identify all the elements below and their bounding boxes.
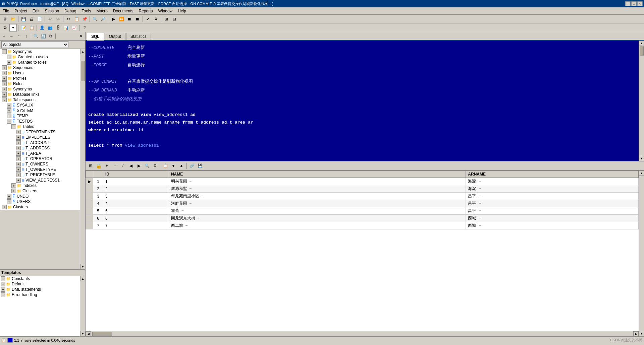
expand-dml[interactable]: + [1,287,5,292]
expand-clusters2[interactable]: + [2,205,7,209]
menu-window[interactable]: Window [156,8,175,14]
table-row[interactable]: 5 5 霍营⋯ 昌平⋯ [86,207,639,215]
menu-help[interactable]: Help [175,8,189,14]
tb-s8[interactable]: 📈 [70,24,78,31]
hscroll-thumb[interactable] [92,332,112,336]
tree-item-temp[interactable]: + 🗄 TEMP [0,113,80,119]
tree-item-dml[interactable]: + 📁 DML statements [0,287,80,292]
tree-item-clusters3[interactable]: + 📁 Clusters [0,188,80,194]
lt-forward[interactable]: → [8,33,15,40]
editor-vscroll[interactable]: ▲ ▼ [639,41,644,161]
tree-item-t_area[interactable]: + ⊞ T_AREA [0,151,80,156]
expand-view_address1[interactable]: + [16,178,21,183]
tb-save[interactable]: 💾 [20,15,27,23]
tree-item-synonyms2[interactable]: + 📁 Synonyms [0,86,80,92]
tb-commit[interactable]: ✔ [144,15,152,23]
table-row[interactable]: ▶ 1 1 明兴花园⋯ 海淀⋯ [86,178,639,185]
tb-search[interactable]: 🔍 [91,15,99,23]
tb-dropdown[interactable]: ▼ [9,24,17,31]
results-scroll-up[interactable]: ▲ [639,170,644,176]
left-vscroll[interactable]: ▲ ▼ [80,49,85,269]
table-row[interactable]: 7 7 西二旗⋯ 西城⋯ [86,222,639,229]
left-scroll-thumb[interactable] [81,61,85,81]
tb-s1[interactable]: ⚙ [1,24,9,31]
cell-id-5[interactable]: 5 [103,207,169,215]
results-vscroll[interactable]: ▲ ▼ [639,170,644,336]
table-row[interactable]: 6 6 回龙观东大街⋯ 西城⋯ [86,215,639,222]
cell-name-3[interactable]: 华龙苑南里小区⋯ [169,193,466,200]
editor-scroll-up[interactable]: ▲ [639,41,644,46]
tree-item-roles[interactable]: + 📁 Roles [0,81,80,86]
tb-stop2[interactable]: ⏹ [134,15,141,23]
expand-synonyms2[interactable]: + [2,87,7,91]
cell-arname-6[interactable]: 西城⋯ [466,215,639,222]
expand-dblinks[interactable]: + [2,92,7,97]
tree-item-profiles[interactable]: + 📁 Profiles [0,76,80,81]
rt-grid[interactable]: ⊞ [87,162,94,169]
table-row[interactable]: 3 3 华龙苑南里小区⋯ 昌平⋯ [86,193,639,200]
rt-nav-left[interactable]: ◀ [127,162,135,169]
expand-granted-roles[interactable]: + [7,60,11,65]
expand-t_ownertype[interactable]: + [16,167,21,172]
tpl-scroll-up[interactable]: ▲ [80,276,85,281]
expand-employees[interactable]: + [16,135,21,140]
left-scroll-track[interactable] [80,54,85,264]
tree-item-default[interactable]: + 📁 Default [0,281,80,287]
editor-scroll-thumb[interactable] [640,46,644,56]
expand-tablespaces[interactable]: - [2,97,7,102]
rt-add[interactable]: + [103,162,110,169]
rt-nav-right[interactable]: ▶ [135,162,143,169]
expand-tables[interactable]: - [11,124,16,129]
results-scroll-down[interactable]: ▼ [639,331,644,336]
left-scroll-down[interactable]: ▼ [80,264,85,269]
cell-name-1[interactable]: 明兴花园⋯ [169,178,466,185]
tree-item-users[interactable]: + 📁 Users [0,70,80,76]
sql-editor[interactable]: --COMPLETE 完全刷新 --FAST 增量更新 --FORCE 自动选择 [86,41,639,161]
tree-item-tables[interactable]: - 📁 Tables [0,124,80,129]
expand-constants[interactable]: + [1,276,5,281]
expand-t_area[interactable]: + [16,151,21,156]
lt-settings[interactable]: ⚙ [47,33,54,40]
editor-scroll-track[interactable] [639,46,644,156]
tab-sql[interactable]: SQL [87,33,104,41]
tree-item-synonyms[interactable]: - 📁 Synonyms [0,49,80,54]
tree-item-testds[interactable]: - 🗄 TESTDS [0,119,80,124]
cell-id-4[interactable]: 4 [103,200,169,207]
tb-new[interactable]: 🖥 [1,15,9,23]
col-name[interactable]: NAME [169,171,466,178]
results-hscroll[interactable]: ◀ ▶ [86,331,639,336]
cell-id-7[interactable]: 7 [103,222,169,229]
rt-link[interactable]: 🔗 [188,162,196,169]
tb-s3[interactable]: 📋 [28,24,35,31]
cell-name-5[interactable]: 霍营⋯ [169,207,466,215]
tab-statistics[interactable]: Statistics [126,33,151,40]
tb-grid[interactable]: ⊞ [163,15,170,23]
templates-vscroll[interactable]: ▲ ▼ [80,276,85,336]
cell-id-6[interactable]: 6 [103,215,169,222]
expand-testds[interactable]: - [7,119,11,124]
tree-item-t_owners[interactable]: + ⊞ T_OWNERS [0,161,80,167]
table-row[interactable]: 4 4 河畔花园⋯ 昌平⋯ [86,200,639,207]
menu-session[interactable]: Session [42,8,62,14]
table-row[interactable]: 2 2 鑫源秋墅⋯ 海淀⋯ [86,185,639,193]
expand-synonyms[interactable]: - [2,49,7,54]
lt-up[interactable]: ↑ [15,33,22,40]
rt-check[interactable]: ✓ [119,162,126,169]
menu-file[interactable]: File [0,8,12,14]
tab-output[interactable]: Output [105,33,125,40]
expand-granted-users[interactable]: + [7,55,11,59]
tree-item-constants[interactable]: + 📁 Constants [0,276,80,281]
tree-item-dblinks[interactable]: + 📁 Database links [0,92,80,97]
hscroll-track[interactable] [91,331,633,337]
tb-print[interactable]: 🖨 [28,15,35,23]
tb-grid2[interactable]: ⊟ [171,15,178,23]
tb-print2[interactable]: 📄 [36,15,43,23]
expand-t_account[interactable]: + [16,140,21,145]
menu-reports[interactable]: Reports [136,8,156,14]
expand-users[interactable]: + [2,71,7,75]
tree-item-sysaux[interactable]: + 🗄 SYSAUX [0,102,80,108]
lt-down[interactable]: ↓ [23,33,30,40]
lt-close[interactable]: ✕ [78,33,85,40]
minimize-button[interactable]: — [625,1,631,6]
expand-default[interactable]: + [1,282,5,286]
